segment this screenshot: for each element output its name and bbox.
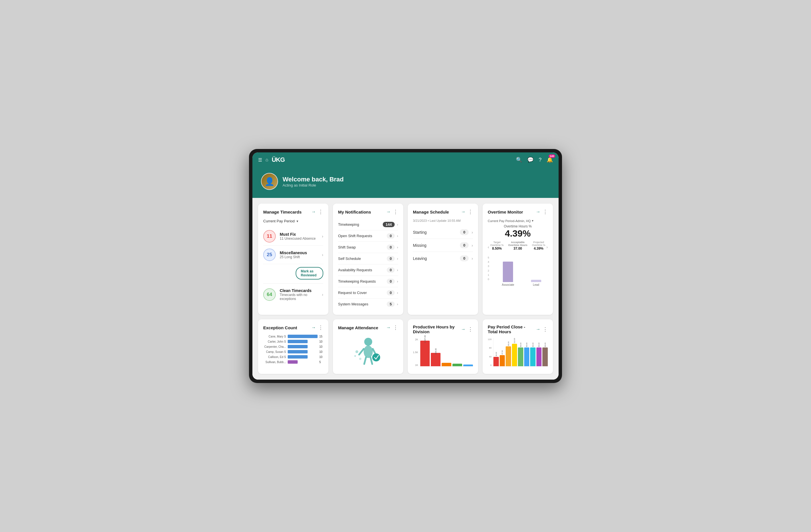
chat-icon[interactable]: 💬 [527,157,534,163]
schedule-date: 3/21/2023 • Last Update 10:55 AM [413,219,473,222]
notif-count-0: 144 [383,222,395,227]
prod-bar-1: 1,547.00 [420,338,430,366]
productive-more-icon[interactable]: ⋮ [468,326,473,332]
notification-item-1[interactable]: Open Shift Requests 0 › [338,230,398,242]
ppc-bar-5 [524,347,530,366]
must-fix-item[interactable]: 11 Must Fix 11 Unexcused Absence › [263,227,323,246]
ppc-val-4: 80.00 [520,343,522,347]
exc-count-4: 10 [319,356,323,359]
schedule-label-0: Starting [413,230,427,235]
schedule-navigate-icon[interactable]: → [461,209,465,214]
attendance-navigate-icon[interactable]: → [386,325,391,330]
notif-chevron-0: › [397,222,398,226]
exc-name-4: Callison, Ed S [263,356,286,359]
notifications-navigate-icon[interactable]: → [386,209,391,214]
clean-timecards-item[interactable]: 64 Clean Timecards Timecards with no exc… [263,285,323,304]
acceptable-value: 37.00 [508,247,527,251]
notification-icon[interactable]: 🔔 149 [547,157,553,163]
overtime-more-icon[interactable]: ⋮ [543,209,548,215]
search-icon[interactable]: 🔍 [516,157,522,163]
miscellaneous-item[interactable]: 25 Miscellaneous 25 Long Shift › [263,246,323,264]
attendance-header: Manage Attendance → ⋮ [338,325,398,331]
exc-name-2: Carpenter, Cha... [263,345,286,348]
ppc-title: Pay Period Close - Total Hours [488,325,536,334]
ppc-actions: → ⋮ [536,326,548,332]
clean-sub: Timecards with no exceptions [280,293,318,301]
svg-point-8 [354,355,356,357]
manage-timecards-card: Manage Timecards → ⋮ Current Pay Period … [258,204,328,315]
exception-navigate-icon[interactable]: → [311,325,316,330]
notif-label-5: Timekeeping Requests [338,279,376,283]
overtime-monitor-card: Overtime Monitor → ⋮ Current Pay Period-… [483,204,553,315]
schedule-chevron-1: › [472,243,473,248]
attendance-title: Manage Attendance [338,325,378,330]
attendance-actions: → ⋮ [386,325,398,331]
notif-count-3: 0 [387,256,394,261]
schedule-label-2: Leaving [413,256,427,261]
ppc-bar-col-4: 80.00 [518,338,523,366]
home-icon[interactable]: ⌂ [265,157,268,162]
overtime-next-button[interactable]: › [546,245,548,249]
notification-item-4[interactable]: Availability Requests 0 › [338,264,398,276]
notifications-header: My Notifications → ⋮ [338,209,398,215]
productive-chart-area: 2K1.5K1K 1,547.00 805.00 [413,338,473,366]
notif-count-1: 0 [387,233,394,238]
exception-more-icon[interactable]: ⋮ [318,325,323,331]
overtime-subtitle: Current Pay Period-Admin, HQ ▾ [488,219,548,223]
ppc-navigate-icon[interactable]: → [536,327,540,332]
timecards-navigate-icon[interactable]: → [311,209,316,214]
notif-count-7: 5 [387,301,394,307]
target-value: 8.50% [490,247,504,251]
schedule-item-1[interactable]: Missing 0 › [413,239,473,252]
notification-item-2[interactable]: Shift Swap 0 › [338,242,398,253]
notification-badge: 149 [549,154,555,158]
help-icon[interactable]: ? [539,157,541,163]
notification-item-7[interactable]: System Messages 5 › [338,299,398,310]
schedule-item-0[interactable]: Starting 0 › [413,226,473,239]
prod-val-2: 805.00 [435,348,437,354]
notif-count-6: 0 [387,290,394,295]
welcome-text: Welcome back, Brad Acting as Initial Rol… [282,176,344,187]
notif-chevron-3: › [397,256,398,261]
notif-chevron-4: › [397,268,398,272]
productive-y-axis: 2K1.5K1K [413,338,419,366]
associate-bar [503,262,513,282]
mark-reviewed-button[interactable]: Mark as Reviewed [296,267,323,280]
lead-bar [531,280,541,282]
schedule-more-icon[interactable]: ⋮ [468,209,473,215]
notif-right-1: 0 › [387,233,398,238]
notif-chevron-6: › [397,291,398,295]
timecards-more-icon[interactable]: ⋮ [318,209,323,215]
notification-item-5[interactable]: Timekeeping Requests 0 › [338,276,398,287]
notification-item-6[interactable]: Request to Cover 0 › [338,287,398,299]
prod-bar-4 [453,364,462,366]
notif-right-6: 0 › [387,290,398,295]
schedule-item-2[interactable]: Leaving 0 › [413,252,473,265]
prod-bar-5 [463,364,473,366]
misc-chevron: › [322,252,323,257]
prod-bar-vis-1 [420,341,430,366]
period-selector[interactable]: Current Pay Period ▾ [263,219,323,223]
notif-count-2: 0 [387,245,394,250]
hamburger-icon[interactable]: ☰ [258,157,262,163]
productive-navigate-icon[interactable]: → [461,327,465,332]
notification-item-0[interactable]: Timekeeping 144 › [338,219,398,230]
exception-count-card: Exception Count → ⋮ Cane, Mary S 15 Cart… [258,319,328,374]
ppc-y-axis: 12080400 [488,338,492,366]
welcome-header: 👤 Welcome back, Brad Acting as Initial R… [253,167,558,198]
overtime-prev-button[interactable]: ‹ [488,245,489,249]
notif-chevron-7: › [397,302,398,306]
ppc-bar-6 [530,347,536,366]
attendance-more-icon[interactable]: ⋮ [393,325,398,331]
notifications-more-icon[interactable]: ⋮ [393,209,398,215]
exc-bar-wrap-4 [288,355,318,359]
screen: ☰ ⌂ ÜKG 🔍 💬 ? 🔔 149 👤 Welcome back, Brad [253,152,558,380]
overtime-stat-projected: ProjectedOvertime % 4.39% [532,241,545,251]
period-label: Current Pay Period [263,219,295,223]
overtime-chart: 543210 Associate Lead [488,255,548,286]
schedule-badge-1: 0 [460,242,469,248]
overtime-navigate-icon[interactable]: → [536,209,540,214]
notification-item-3[interactable]: Self Schedule 0 › [338,253,398,264]
ppc-more-icon[interactable]: ⋮ [543,326,548,332]
prod-bar-vis-5 [463,364,473,366]
